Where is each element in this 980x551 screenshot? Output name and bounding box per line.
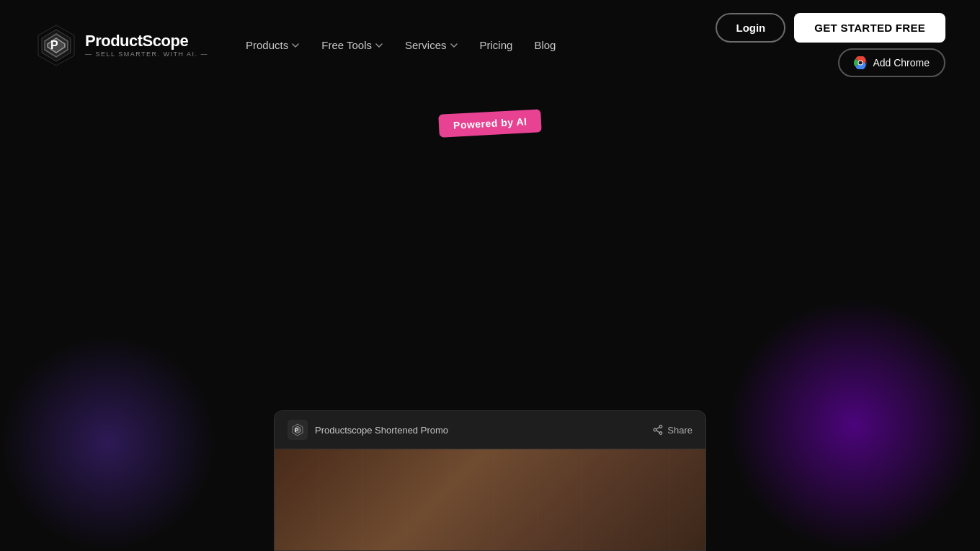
powered-badge: Powered by AI bbox=[438, 109, 542, 137]
video-thumbnail[interactable] bbox=[275, 449, 705, 550]
video-card: P Productscope Shortened Promo Share bbox=[274, 410, 706, 551]
nav-free-tools-label: Free Tools bbox=[321, 39, 372, 51]
svg-point-7 bbox=[859, 61, 863, 65]
main-content: Powered by AI bbox=[0, 90, 980, 157]
video-title: Productscope Shortened Promo bbox=[315, 425, 448, 436]
svg-text:P: P bbox=[295, 428, 299, 433]
svg-line-14 bbox=[656, 427, 660, 429]
nav-item-services[interactable]: Services bbox=[396, 33, 467, 57]
video-header: P Productscope Shortened Promo Share bbox=[275, 411, 705, 449]
svg-point-11 bbox=[659, 426, 662, 428]
nav-left: P ProductScope — SELL SMARTER. WITH AI. … bbox=[35, 24, 564, 67]
nav-links: Products Free Tools Services Pricing bbox=[237, 33, 564, 57]
login-button[interactable]: Login bbox=[716, 13, 785, 43]
logo-text: ProductScope — SELL SMARTER. WITH AI. — bbox=[85, 32, 208, 57]
chevron-down-icon bbox=[375, 41, 383, 50]
chevron-down-icon bbox=[450, 41, 458, 50]
logo-tagline: — SELL SMARTER. WITH AI. — bbox=[85, 50, 208, 58]
nav-item-blog[interactable]: Blog bbox=[525, 33, 564, 57]
logo-icon: P bbox=[35, 24, 78, 67]
get-started-button[interactable]: GET STARTED FREE bbox=[794, 13, 945, 43]
nav-pricing-label: Pricing bbox=[480, 39, 513, 51]
svg-point-13 bbox=[659, 432, 662, 435]
nav-right: Login GET STARTED FREE Add Chrome bbox=[716, 13, 945, 77]
video-logo-small: P bbox=[288, 420, 308, 440]
nav-item-pricing[interactable]: Pricing bbox=[471, 33, 522, 57]
nav-blog-label: Blog bbox=[534, 39, 556, 51]
logo-name: ProductScope bbox=[85, 32, 208, 50]
add-chrome-button[interactable]: Add Chrome bbox=[838, 48, 945, 77]
nav-item-free-tools[interactable]: Free Tools bbox=[313, 33, 392, 57]
add-chrome-label: Add Chrome bbox=[873, 57, 930, 69]
logo-link[interactable]: P ProductScope — SELL SMARTER. WITH AI. … bbox=[35, 24, 208, 67]
chevron-down-icon bbox=[291, 41, 300, 50]
nav-products-label: Products bbox=[246, 39, 288, 51]
video-container: P Productscope Shortened Promo Share bbox=[274, 410, 706, 551]
svg-line-15 bbox=[656, 431, 660, 433]
chrome-icon bbox=[854, 56, 867, 69]
share-icon bbox=[653, 425, 663, 435]
nav-buttons-row: Login GET STARTED FREE bbox=[716, 13, 945, 43]
nav-services-label: Services bbox=[405, 39, 447, 51]
video-share-button[interactable]: Share bbox=[653, 425, 692, 436]
nav-item-products[interactable]: Products bbox=[237, 33, 308, 57]
share-label: Share bbox=[667, 425, 692, 436]
video-header-left: P Productscope Shortened Promo bbox=[288, 420, 448, 440]
svg-text:P: P bbox=[50, 39, 58, 51]
video-thumbnail-inner bbox=[275, 449, 705, 550]
navbar: P ProductScope — SELL SMARTER. WITH AI. … bbox=[0, 0, 980, 90]
svg-point-12 bbox=[654, 428, 656, 431]
